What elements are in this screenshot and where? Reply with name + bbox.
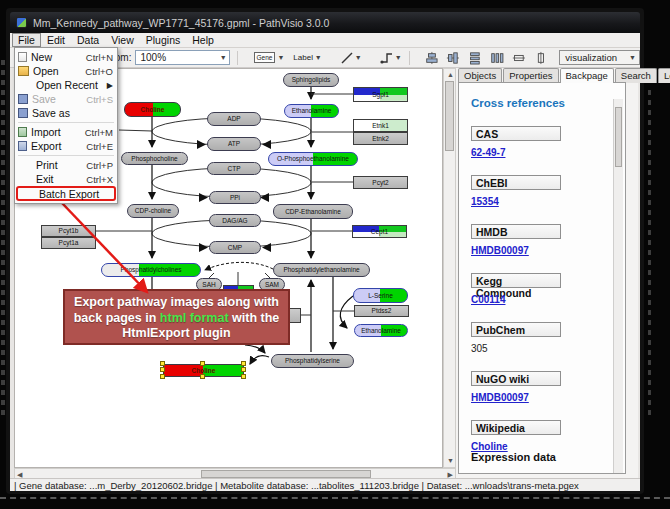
visualization-combobox[interactable]: visualization ▼ [559, 50, 640, 65]
chevron-down-icon[interactable]: ▼ [313, 54, 322, 61]
xref-link-62-49-7[interactable]: 62-49-7 [471, 147, 551, 158]
title-bar[interactable]: Mm_Kennedy_pathway_WP1771_45176.gpml - P… [10, 12, 640, 33]
menu-edit[interactable]: Edit [41, 33, 71, 47]
distribute-vertical-icon[interactable] [468, 50, 482, 66]
datanode-tool-button[interactable]: Gene ▼ [254, 50, 285, 66]
file-menu-item-export[interactable]: ExportCtrl+E [15, 139, 117, 153]
new-icon [18, 52, 27, 62]
chevron-down-icon[interactable]: ▼ [275, 54, 284, 61]
common-height-icon[interactable] [534, 50, 548, 66]
connector-tool-button[interactable]: ▼ [371, 50, 402, 66]
selection-handle[interactable] [160, 361, 165, 366]
menu-separator [18, 155, 114, 156]
common-width-icon[interactable] [512, 50, 526, 66]
pathway-node-dag-ag[interactable]: DAG/AG [209, 214, 261, 227]
pathway-node-ptdss2[interactable]: Ptdss2 [354, 305, 409, 317]
chevron-down-icon[interactable]: ▼ [395, 54, 402, 61]
distribute-horizontal-icon[interactable] [490, 50, 504, 66]
tab-properties[interactable]: Properties [503, 68, 558, 83]
sidebar-scrollbar[interactable] [613, 99, 623, 474]
pathway-node-adp[interactable]: ADP [207, 112, 261, 126]
file-menu-item-batch-export[interactable]: Batch Export [16, 186, 116, 201]
pathway-node-phosphatidylethanolamine[interactable]: Phosphatidylethanolamine [273, 263, 370, 277]
pathway-node-choline[interactable]: Choline [124, 102, 181, 117]
pathway-node-cdp-ethanolamine[interactable]: CDP-Ethanolamine [273, 204, 353, 219]
selection-handle[interactable] [160, 367, 165, 372]
menu-item-spacer [18, 80, 32, 90]
tab-legend[interactable]: Legend [658, 68, 670, 83]
file-menu-item-open[interactable]: OpenCtrl+O [15, 64, 117, 78]
menu-view[interactable]: View [105, 33, 140, 47]
pathway-node-atp[interactable]: ATP [207, 137, 261, 151]
xref-link-15354[interactable]: 15354 [471, 196, 551, 207]
file-menu-item-save[interactable]: SaveCtrl+S [15, 92, 117, 106]
selection-handle[interactable] [160, 374, 165, 379]
visualization-value: visualization [565, 52, 617, 63]
label-tool-text: Label [293, 53, 313, 62]
selection-handle[interactable] [200, 374, 205, 379]
scrollbar-thumb[interactable] [445, 81, 454, 151]
pathway-node-sphingolipids[interactable]: Sphingolipids [283, 73, 339, 87]
align-center-x-icon[interactable] [425, 50, 439, 66]
pathway-node-phosphatidylcholines[interactable]: Phosphatidylcholines [101, 263, 201, 277]
tab-search[interactable]: Search [615, 68, 657, 83]
chevron-down-icon[interactable]: ▼ [629, 54, 636, 61]
pathway-node-sgpl1[interactable]: Sgpl1 [353, 87, 408, 102]
zoom-combobox[interactable]: 100% ▼ [135, 50, 229, 65]
chevron-down-icon[interactable]: ▼ [355, 54, 362, 61]
pathway-node-ctp[interactable]: CTP [207, 162, 261, 175]
scrollbar-thumb[interactable] [201, 470, 371, 478]
pathway-node-cdp-choline[interactable]: CDP-choline [127, 204, 179, 218]
menu-data[interactable]: Data [71, 33, 105, 47]
pathway-node-pcyt2[interactable]: Pcyt2 [353, 176, 408, 189]
scroll-down-icon[interactable]: ▼ [447, 456, 454, 466]
pathway-node-cmp[interactable]: CMP [209, 241, 261, 254]
pathway-node-o-phosphoethanolamine[interactable]: O-Phosphoethanolamine [268, 152, 358, 166]
pathway-node-pcyt1b[interactable]: Pcyt1b [41, 225, 96, 237]
selection-handle[interactable] [200, 361, 205, 366]
sidebar-tabs: ObjectsPropertiesBackpageSearchLegend [458, 68, 670, 83]
pathway-node-phosphatidylserine[interactable]: Phosphatidylserine [271, 354, 354, 368]
file-menu-item-import[interactable]: ImportCtrl+M [15, 125, 117, 139]
pathway-node-ppi[interactable]: PPi [209, 191, 261, 204]
xref-header-hmdb: HMDB [471, 224, 561, 239]
pathway-node-phosphocholine[interactable]: Phosphocholine [121, 152, 188, 165]
chevron-down-icon[interactable]: ▼ [220, 54, 227, 61]
pathway-node-etnk1[interactable]: Etnk1 [353, 119, 408, 132]
pathway-node-pcyt1a[interactable]: Pcyt1a [41, 237, 96, 249]
selection-handle[interactable] [241, 361, 246, 366]
zoom-value: 100% [140, 52, 166, 63]
align-center-y-icon[interactable] [446, 50, 460, 66]
pathway-node-ethanolamine[interactable]: Ethanolamine [284, 104, 339, 118]
menu-item-label: Open [33, 65, 79, 77]
tab-objects[interactable]: Objects [458, 68, 502, 83]
selection-handle[interactable] [241, 367, 246, 372]
xref-header-chebi: ChEBI [471, 175, 561, 190]
scroll-up-icon[interactable]: ▲ [447, 70, 454, 80]
file-menu-item-open-recent[interactable]: Open Recent▶ [15, 78, 117, 92]
decor-dashed-line [0, 497, 670, 499]
menu-plugins[interactable]: Plugins [140, 33, 186, 47]
file-menu-item-exit[interactable]: ExitCtrl+X [15, 172, 117, 186]
line-tool-button[interactable]: ▼ [331, 50, 362, 66]
menu-item-label: Batch Export [39, 188, 110, 200]
pathway-node-cept1[interactable]: Cept1 [352, 225, 407, 238]
menu-file[interactable]: File [12, 33, 41, 47]
saveas-icon [18, 108, 28, 118]
pathway-node-l-serine[interactable]: L-Serine [353, 288, 408, 303]
file-menu-item-save-as[interactable]: Save as [15, 106, 117, 120]
crossref-sections: CAS62-49-7ChEBI15354HMDBHMDB00097Kegg Co… [471, 126, 625, 452]
menu-help[interactable]: Help [186, 33, 220, 47]
xref-link-hmdb00097[interactable]: HMDB00097 [471, 392, 551, 403]
xref-link-hmdb00097[interactable]: HMDB00097 [471, 245, 551, 256]
selection-handle[interactable] [241, 374, 246, 379]
file-menu-item-print[interactable]: PrintCtrl+P [15, 158, 117, 172]
label-tool-button[interactable]: Label ▼ [293, 50, 321, 66]
tab-backpage[interactable]: Backpage [560, 68, 614, 83]
file-menu-item-new[interactable]: NewCtrl+N [15, 50, 117, 64]
scrollbar-thumb[interactable] [615, 107, 622, 167]
menu-item-label: Open Recent [36, 79, 107, 91]
pathway-node-ethanolamine[interactable]: Ethanolamine [354, 324, 408, 337]
pathway-node-etnk2[interactable]: Etnk2 [353, 132, 408, 145]
canvas-vertical-scrollbar[interactable]: ▲ ▼ [443, 68, 456, 468]
